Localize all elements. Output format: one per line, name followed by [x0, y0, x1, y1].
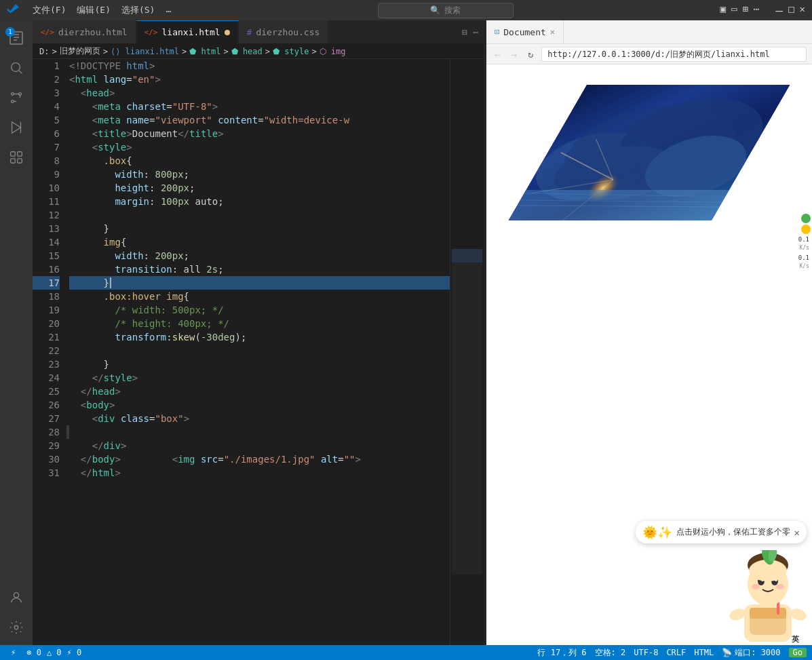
- preview-back-btn[interactable]: ←: [492, 47, 503, 61]
- menu-select[interactable]: 选择(S): [121, 4, 155, 16]
- statusbar-encoding[interactable]: UTF-8: [634, 648, 658, 657]
- code-line-14: img{: [69, 235, 450, 249]
- code-line-27: <div class="box">: [69, 412, 450, 425]
- search-icon: 🔍: [430, 5, 440, 15]
- tab-modified-dot: [225, 30, 230, 35]
- preview-tab-document[interactable]: ⊡ Document ✕: [486, 20, 564, 43]
- svg-point-43: [728, 606, 747, 622]
- layout-icon[interactable]: ▣: [720, 3, 726, 18]
- breadcrumb-element-html[interactable]: ⬟ html: [189, 47, 220, 56]
- code-line-7: <style>: [69, 140, 450, 154]
- svg-point-2: [12, 93, 14, 96]
- activity-extensions[interactable]: [4, 145, 28, 170]
- minimize-icon[interactable]: —: [775, 3, 783, 18]
- explorer-badge: 1: [5, 27, 15, 37]
- code-editor[interactable]: 12345 678910 1112131415 1617181920 21222…: [33, 59, 484, 645]
- breadcrumb-drive[interactable]: D:: [39, 47, 49, 56]
- breadcrumb-html[interactable]: ⟨⟩ lianxi.html: [111, 47, 179, 56]
- split-editor-icon[interactable]: ⊟: [462, 27, 467, 37]
- svg-point-37: [752, 584, 760, 589]
- code-line-4: <meta charset="UTF-8">: [69, 100, 450, 113]
- tab-lianxi-label: lianxi.html: [162, 27, 220, 37]
- statusbar-warnings[interactable]: △ 0: [47, 648, 62, 657]
- code-line-6: <title>Document</title>: [69, 127, 450, 140]
- floating-lucky-widget[interactable]: 🌞✨ 点击财运小狗，保佑工资多个零 ✕: [636, 521, 807, 543]
- title-search-bar[interactable]: 🔍 搜索: [378, 3, 514, 18]
- statusbar-line-ending[interactable]: CRLF: [666, 648, 686, 657]
- svg-point-4: [12, 100, 14, 103]
- code-line-18: .box:hover img{: [69, 290, 450, 303]
- statusbar: ⚡ ⊗ 0 △ 0 ⚡ 0 行 17，列 6 空格: 2 UTF-8 CRLF …: [0, 645, 812, 660]
- preview-refresh-btn[interactable]: ↻: [525, 47, 536, 61]
- menu-file[interactable]: 文件(F): [33, 4, 66, 16]
- statusbar-errors[interactable]: ⊗ 0: [26, 648, 41, 657]
- statusbar-remote[interactable]: ⚡: [5, 648, 21, 657]
- breadcrumb-element-head[interactable]: ⬟ head: [231, 47, 263, 56]
- titlebar-menu: 文件(F) 编辑(E) 选择(S) …: [33, 4, 171, 16]
- svg-point-38: [776, 584, 784, 589]
- code-line-13: }: [69, 222, 450, 235]
- preview-tab-icon: ⊡: [495, 27, 499, 37]
- panel-icon[interactable]: ▭: [731, 3, 737, 18]
- svg-text:英: 英: [791, 635, 800, 643]
- code-panel: </> dierzhou.html </> lianxi.html # dier…: [33, 20, 484, 645]
- activity-search[interactable]: [4, 56, 28, 80]
- widget-yellow-dot: [801, 225, 811, 234]
- speed-widgets: 0.1K/s 0.1K/s: [797, 214, 812, 271]
- sun-sparkle-icon: 🌞✨: [642, 525, 672, 539]
- split-icon[interactable]: ⊞: [742, 3, 748, 18]
- activity-avatar[interactable]: [4, 585, 28, 610]
- close-icon[interactable]: ✕: [800, 3, 805, 18]
- titlebar: 文件(F) 编辑(E) 选择(S) … 🔍 搜索 ▣ ▭ ⊞ ⋯ — □ ✕: [0, 0, 812, 20]
- widget-speed-1: 0.1K/s: [797, 235, 811, 252]
- code-line-5: <meta name="viewport" content="width=dev…: [69, 113, 450, 127]
- more-tabs-icon[interactable]: ⋯: [473, 27, 478, 37]
- tab-dierzhou-css-label: dierzhou.css: [256, 27, 320, 37]
- svg-point-11: [14, 593, 18, 598]
- breadcrumb-folder[interactable]: 旧梦的网页: [60, 45, 100, 57]
- statusbar-spaces[interactable]: 空格: 2: [595, 647, 626, 659]
- tab-dierzhou-css[interactable]: # dierzhou.css: [239, 20, 329, 43]
- breadcrumb-element-style[interactable]: ⬟ style: [273, 47, 309, 56]
- signal-icon: 📡: [722, 648, 732, 657]
- svg-rect-24: [508, 190, 729, 220]
- preview-forward-btn[interactable]: →: [508, 47, 519, 61]
- activity-explorer[interactable]: 1: [4, 26, 28, 50]
- line-numbers: 12345 678910 1112131415 1617181920 21222…: [33, 59, 66, 645]
- menu-edit[interactable]: 编辑(E): [77, 4, 110, 16]
- tab-lianxi[interactable]: </> lianxi.html: [136, 20, 239, 43]
- breadcrumb-element-img[interactable]: ⬡ img: [320, 47, 346, 56]
- preview-url-bar[interactable]: http://127.0.0.1:3000/d:/旧梦的网页/lianxi.ht…: [541, 47, 807, 62]
- code-line-16: transition: all 2s;: [69, 263, 450, 276]
- more-icon[interactable]: ⋯: [754, 3, 759, 18]
- menu-more[interactable]: …: [166, 4, 171, 16]
- svg-rect-7: [11, 152, 15, 156]
- svg-rect-8: [18, 152, 22, 156]
- sky-image-svg: [508, 85, 790, 220]
- tab-dierzhou[interactable]: </> dierzhou.html: [33, 20, 136, 43]
- activity-source-control[interactable]: [4, 85, 28, 110]
- statusbar-position[interactable]: 行 17，列 6: [537, 647, 586, 659]
- code-line-21: transform:skew(-30deg);: [69, 330, 450, 344]
- statusbar-golive[interactable]: Go: [789, 648, 807, 657]
- activity-settings[interactable]: [4, 615, 28, 640]
- preview-content: 0.1K/s 0.1K/s 🌞✨ 点击财运小狗，保佑工资多个零 ✕: [486, 64, 812, 645]
- restore-icon[interactable]: □: [788, 3, 794, 18]
- search-label: 搜索: [444, 5, 461, 16]
- preview-panel: ⊡ Document ✕ ← → ↻ http://127.0.0.1:3000…: [486, 20, 812, 645]
- code-line-3: <head>: [69, 86, 450, 100]
- editor-tabbar: </> dierzhou.html </> lianxi.html # dier…: [33, 20, 484, 44]
- code-lines: <!DOCTYPE html> <html lang="en"> <head> …: [66, 59, 450, 645]
- statusbar-sync[interactable]: ⚡ 0: [67, 648, 82, 657]
- preview-tab-close[interactable]: ✕: [550, 27, 555, 37]
- statusbar-left: ⚡ ⊗ 0 △ 0 ⚡ 0: [5, 648, 81, 657]
- preview-tabbar: ⊡ Document ✕: [486, 20, 812, 44]
- floating-widget-close[interactable]: ✕: [794, 527, 800, 538]
- statusbar-right: 行 17，列 6 空格: 2 UTF-8 CRLF HTML 📡 端口: 300…: [537, 647, 807, 659]
- activity-run[interactable]: [4, 115, 28, 140]
- vscode-logo: [7, 4, 19, 16]
- statusbar-port[interactable]: 📡 端口: 3000: [722, 647, 780, 659]
- svg-rect-9: [11, 159, 15, 163]
- statusbar-language[interactable]: HTML: [694, 648, 714, 657]
- minimap: [450, 59, 484, 645]
